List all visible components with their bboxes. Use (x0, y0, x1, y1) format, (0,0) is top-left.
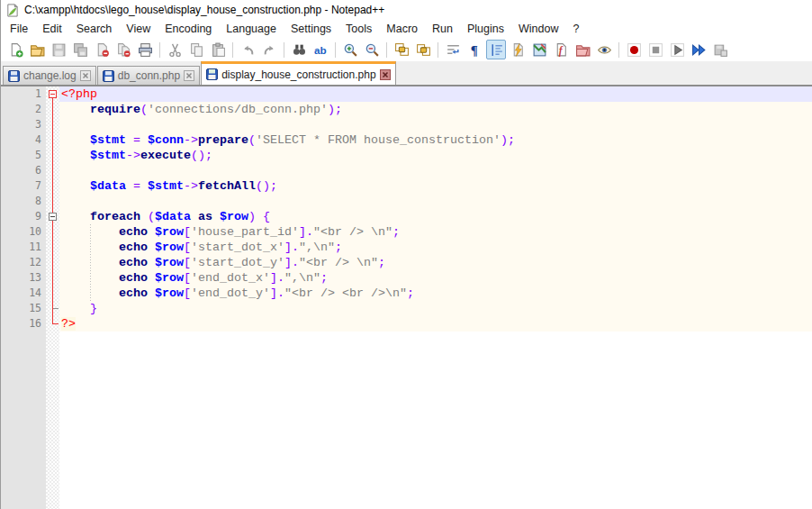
file-monitoring-button[interactable] (594, 40, 614, 59)
tab-display-house-construction-php[interactable]: display_house_construction.php (201, 61, 395, 85)
saved-file-icon (206, 68, 218, 80)
code-token: $stmt (90, 149, 126, 162)
code-line[interactable] (59, 163, 812, 178)
notepadpp-window: C:\xampp\htdocs\lego_house\display_house… (0, 0, 812, 509)
line-number: 6 (1, 163, 46, 178)
undo-icon (240, 42, 256, 58)
word-wrap-button[interactable] (443, 40, 463, 59)
macro-play-button[interactable] (667, 40, 687, 59)
find-button[interactable] (289, 40, 309, 59)
zoom-out-button[interactable] (362, 40, 382, 59)
copy-button[interactable] (186, 40, 206, 59)
tab-db-conn-php[interactable]: db_conn.php (97, 66, 200, 85)
code-token (140, 133, 148, 147)
function-list-button[interactable]: f (551, 40, 571, 59)
sync-horizontal-scroll-icon (416, 42, 431, 58)
code-line[interactable]: $data = $stmt->fetchAll(); (59, 178, 812, 194)
print-button[interactable] (135, 40, 155, 59)
menu-search[interactable]: Search (69, 21, 120, 37)
new-file-button[interactable] (5, 40, 25, 59)
close-tab-icon[interactable] (380, 69, 391, 80)
macro-save-button[interactable] (710, 40, 730, 59)
redo-button[interactable] (259, 40, 279, 59)
close-all-button[interactable] (113, 40, 133, 59)
macro-stop-button[interactable] (645, 40, 665, 59)
code-line[interactable]: echo $row['house_part_id']."<br /> \n"; (59, 224, 812, 240)
line-number: 8 (1, 194, 46, 209)
code-token: 'SELECT * FROM house_construction' (256, 133, 501, 147)
code-token: ",\n" (299, 241, 335, 254)
paste-button[interactable] (208, 40, 228, 59)
line-number: 5 (1, 148, 46, 163)
close-all-icon (116, 42, 131, 58)
code-token: $row (155, 271, 184, 285)
folder-as-workspace-button[interactable] (573, 40, 592, 59)
code-line[interactable]: foreach ($data as $row) { (59, 209, 812, 224)
line-number: 12 (1, 255, 46, 270)
line-number: 15 (1, 301, 46, 316)
toolbar-separator (618, 42, 619, 58)
cut-button[interactable] (165, 40, 185, 59)
code-line[interactable] (59, 194, 812, 209)
code-token: ]. (299, 225, 313, 239)
code-token: ]. (284, 256, 299, 269)
code-line[interactable]: <?php (59, 86, 812, 102)
fold-collapse-icon-line1[interactable] (49, 90, 57, 98)
menu-file[interactable]: File (3, 21, 35, 37)
zoom-in-button[interactable] (340, 40, 360, 59)
macro-save-icon (713, 42, 728, 58)
redo-icon (262, 42, 277, 58)
save-file-button[interactable] (49, 40, 68, 59)
fold-collapse-icon-line9[interactable] (49, 213, 57, 221)
code-line[interactable]: echo $row['end_dot_x'].",\n"; (59, 270, 812, 286)
replace-button[interactable]: ab (311, 40, 330, 59)
sync-horizontal-scroll-button[interactable] (413, 40, 433, 59)
code-line[interactable]: require('connections/db_conn.php'); (59, 102, 812, 117)
menu-macro[interactable]: Macro (379, 21, 425, 37)
copy-icon (189, 42, 204, 58)
save-all-button[interactable] (70, 40, 90, 59)
menu-view[interactable]: View (119, 21, 158, 37)
open-file-button[interactable] (27, 40, 47, 59)
menu-help[interactable]: ? (565, 21, 586, 37)
menu-settings[interactable]: Settings (284, 21, 338, 37)
menu-tools[interactable]: Tools (338, 21, 379, 37)
code-token (61, 302, 90, 315)
tab-change-log[interactable]: change.log (3, 66, 96, 85)
function-completion-button[interactable] (508, 40, 528, 59)
code-line[interactable]: } (59, 301, 812, 316)
menu-window[interactable]: Window (511, 21, 565, 37)
macro-record-button[interactable] (624, 40, 644, 59)
document-map-button[interactable] (529, 40, 549, 59)
code-area[interactable]: <?php require('connections/db_conn.php')… (59, 86, 812, 509)
code-line[interactable]: echo $row['start_dot_y']."<br /> \n"; (59, 255, 812, 270)
show-all-characters-button[interactable]: ¶ (465, 40, 484, 59)
close-tab-icon[interactable] (80, 70, 91, 81)
menu-run[interactable]: Run (425, 21, 460, 37)
code-line[interactable]: echo $row['start_dot_x'].",\n"; (59, 240, 812, 255)
sync-vertical-scroll-button[interactable] (392, 40, 411, 59)
indent-guide-line (90, 224, 91, 301)
code-token (191, 210, 198, 223)
fold-guide-tick (53, 308, 59, 309)
menu-edit[interactable]: Edit (35, 21, 69, 37)
menu-language[interactable]: Language (219, 21, 284, 37)
close-file-button[interactable] (92, 40, 112, 59)
menu-plugins[interactable]: Plugins (460, 21, 511, 37)
code-line[interactable] (59, 117, 812, 132)
code-line[interactable]: $stmt = $conn->prepare('SELECT * FROM ho… (59, 132, 812, 148)
close-tab-icon[interactable] (184, 70, 194, 81)
fold-guide-corner (52, 323, 59, 324)
macro-run-multiple-button[interactable] (689, 40, 708, 59)
replace-icon: ab (313, 42, 329, 58)
line-number: 11 (1, 240, 46, 255)
code-line[interactable]: ?> (59, 316, 812, 332)
code-line[interactable]: echo $row['end_dot_y']."<br /> <br />\n"… (59, 286, 812, 301)
undo-button[interactable] (238, 40, 257, 59)
code-line[interactable]: $stmt->execute(); (59, 148, 812, 163)
menu-encoding[interactable]: Encoding (158, 21, 219, 37)
indent-guide-button[interactable] (486, 40, 506, 59)
code-token (61, 210, 90, 223)
code-token: "<br /> \n" (313, 225, 392, 239)
code-token (126, 133, 133, 147)
